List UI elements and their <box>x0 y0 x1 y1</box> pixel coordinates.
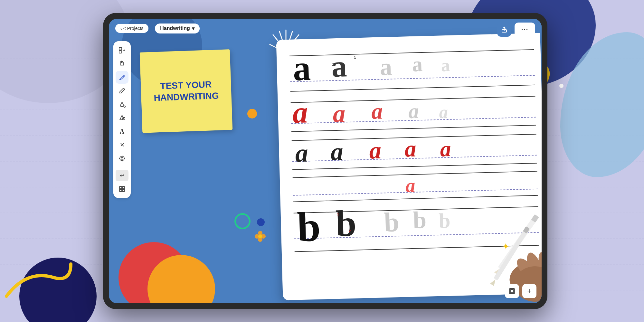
svg-line-6 <box>270 44 276 48</box>
projects-button[interactable]: ‹ < Projects <box>115 24 148 33</box>
close-button[interactable]: ✕ <box>116 138 128 151</box>
grid-button[interactable] <box>116 183 128 195</box>
dots-icon: ··· <box>521 26 529 33</box>
eraser-button[interactable] <box>116 84 128 97</box>
undo-button[interactable]: ↩ <box>116 170 128 181</box>
svg-point-22 <box>121 157 123 159</box>
top-right-controls: ··· <box>497 23 535 37</box>
bg-dot-white2 <box>559 84 564 88</box>
target-button[interactable] <box>116 152 128 165</box>
star-sparkle: ✦ <box>502 241 509 252</box>
tablet-screen: ‹ < Projects Handwriting ▾ <box>109 19 542 303</box>
add-frame-button[interactable] <box>116 44 128 57</box>
screen-ring-green <box>234 213 251 229</box>
text-button[interactable]: A <box>116 125 128 138</box>
document-title: Handwriting <box>160 25 190 31</box>
svg-point-18 <box>124 106 126 108</box>
bottom-right-controls: + <box>505 284 536 298</box>
svg-rect-33 <box>510 289 514 293</box>
sticky-note: Test Your Handwriting <box>140 49 233 133</box>
toolbar-divider <box>117 167 127 167</box>
add-page-button[interactable]: + <box>522 284 536 298</box>
dropdown-icon: ▾ <box>192 25 194 32</box>
chevron-left-icon: ‹ <box>120 26 122 31</box>
left-toolbar: A ✕ ↩ <box>113 41 131 198</box>
fill-button[interactable] <box>116 98 128 111</box>
letter-row-a-guide: a a 1 2 a a a <box>289 49 535 94</box>
top-bar: ‹ < Projects Handwriting ▾ <box>109 19 542 38</box>
share-button[interactable] <box>497 23 511 37</box>
plus-icon: + <box>527 287 532 295</box>
svg-rect-28 <box>122 186 125 189</box>
tablet: ‹ < Projects Handwriting ▾ <box>103 13 547 309</box>
screen-dot-blue <box>257 218 265 226</box>
svg-rect-16 <box>119 51 122 53</box>
sticky-note-text: Test Your Handwriting <box>147 78 225 104</box>
hand-tool-button[interactable] <box>116 57 128 70</box>
svg-point-21 <box>120 156 124 161</box>
projects-label: < Projects <box>123 26 144 31</box>
flower-decoration <box>254 230 267 245</box>
letter-row-a-red1: a a a a a <box>291 96 536 135</box>
screen-dot-orange <box>247 109 257 118</box>
letter-row-a-fade: a <box>293 171 538 203</box>
more-options-button[interactable]: ··· <box>515 23 535 37</box>
shapes-button[interactable] <box>116 111 128 124</box>
svg-rect-30 <box>122 189 125 192</box>
svg-line-17 <box>123 76 124 77</box>
snowflake-icon: ❄ <box>527 86 533 95</box>
title-button[interactable]: Handwriting ▾ <box>155 24 199 33</box>
canvas-button[interactable] <box>505 284 519 298</box>
bg-squiggle-yellow <box>0 245 77 303</box>
svg-point-12 <box>258 234 262 238</box>
svg-rect-27 <box>119 186 122 189</box>
letter-row-a-mixed: a a a a a <box>292 134 537 173</box>
svg-rect-13 <box>119 47 122 50</box>
svg-rect-29 <box>119 189 122 192</box>
pen-tool-button[interactable] <box>116 71 128 84</box>
